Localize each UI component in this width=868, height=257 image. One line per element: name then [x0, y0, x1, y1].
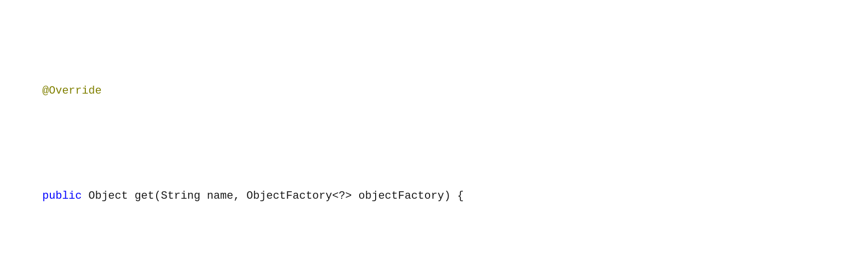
line-method-signature: public Object get(String name, ObjectFac… [16, 170, 852, 223]
method-signature-text: Object get(String name, ObjectFactory<?>… [82, 190, 464, 202]
code-block: @Override public Object get(String name,… [16, 12, 852, 257]
keyword-public: public [42, 190, 82, 202]
line-annotation: @Override [16, 65, 852, 118]
annotation-text: @Override [42, 85, 102, 97]
